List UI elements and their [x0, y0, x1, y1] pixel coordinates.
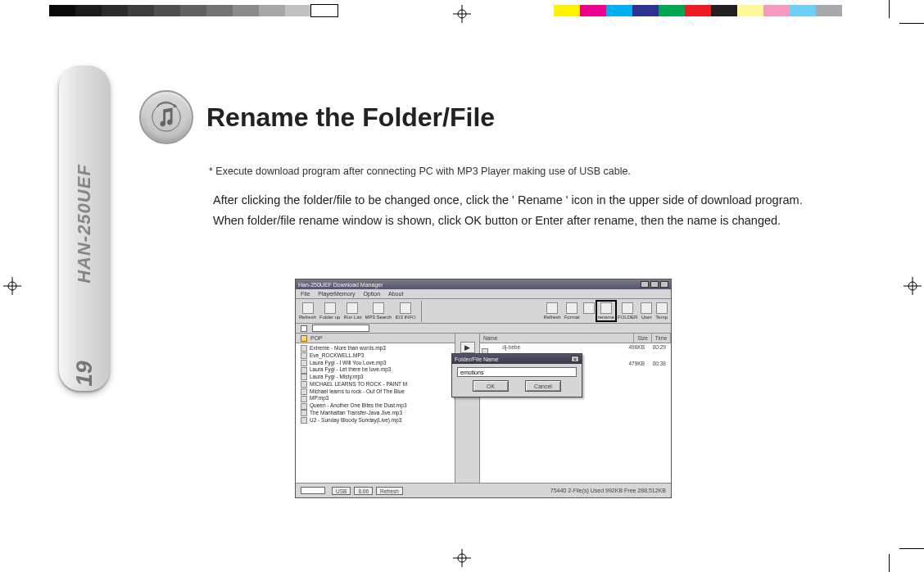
status-button[interactable]: USB [332, 487, 351, 495]
column-header[interactable]: Size [634, 334, 652, 343]
toolbar-icon [566, 302, 578, 314]
file-icon [301, 367, 307, 374]
file-icon [301, 381, 307, 388]
crop-mark [889, 554, 890, 572]
toolbar-button[interactable]: Folder up [319, 302, 340, 320]
file-item[interactable]: Michael learns to rock - Out Of The Blue [301, 388, 450, 396]
grayscale-swatch-bar [49, 5, 337, 16]
file-item[interactable]: MP.mp3 [301, 395, 450, 402]
swatch [816, 5, 842, 16]
toolbar-icon [346, 302, 358, 314]
file-name: Michael learns to rock - Out Of The Blue [310, 388, 405, 396]
toolbar-icon [324, 302, 336, 314]
file-name: Eve_ROCKWELL.MP3 [310, 352, 364, 360]
paragraph-1: After clicking the folder/file to be cha… [213, 190, 819, 211]
toolbar-button[interactable]: Format [564, 302, 580, 320]
toolbar-icon [622, 302, 633, 314]
column-header[interactable]: Name [480, 334, 634, 343]
close-icon[interactable]: × [571, 356, 579, 362]
folder-icon [301, 335, 307, 342]
swatch [659, 5, 685, 16]
toolbar-label: User [641, 315, 652, 320]
file-item[interactable]: The Manhattan Transfer-Java Jive.mp3 [301, 410, 450, 417]
page-header: Rename the Folder/File [139, 90, 495, 144]
file-item[interactable]: Eve_ROCKWELL.MP3 [301, 352, 450, 360]
toolbar-label: Refresh [544, 315, 561, 320]
swatch [154, 5, 180, 16]
file-item[interactable]: Laura Fygi - I Will You Love.mp3 [301, 360, 450, 367]
menu-item[interactable]: PlayerMemory [318, 291, 355, 297]
registration-mark-icon [904, 277, 922, 295]
minimize-icon[interactable] [641, 281, 649, 288]
status-field [301, 487, 325, 494]
menu-bar: FilePlayerMemoryOptionAbout [296, 289, 671, 299]
menu-item[interactable]: File [301, 291, 310, 297]
music-note-icon [139, 90, 193, 144]
file-item[interactable]: Extreme - More than words.mp3 [301, 345, 450, 352]
file-name: U2 - Sunday Bloody Sunday(Live).mp3 [310, 417, 401, 424]
file-item[interactable]: Laura Fygi - Let there be love.mp3 [301, 366, 450, 374]
svg-point-12 [152, 103, 180, 131]
app-screenshot: Han-250UEF Download Manager FilePlayerMe… [295, 279, 672, 498]
toolbar-button[interactable]: Run List [343, 302, 361, 320]
rename-toolbar-button[interactable]: rename [598, 302, 614, 320]
page-title: Rename the Folder/File [206, 102, 495, 133]
file-name: MICHAEL LEARNS TO ROCK - PAINT M [310, 381, 407, 388]
crop-mark [899, 23, 924, 24]
status-button[interactable]: 8.06 [354, 487, 373, 495]
toolbar-button[interactable]: Temp [655, 302, 668, 320]
file-item[interactable]: MICHAEL LEARNS TO ROCK - PAINT M [301, 381, 450, 388]
toolbar-button[interactable]: MP3 Search [365, 302, 392, 320]
paragraph-2: When folder/file rename window is shown,… [213, 211, 819, 231]
swatch [711, 5, 737, 16]
toolbar-label: Temp [655, 315, 668, 320]
rename-input[interactable] [457, 367, 577, 377]
status-bar: USB8.06Refresh 75440 2-File(s) Used 992K… [296, 483, 671, 497]
file-item[interactable]: U2 - Sunday Bloody Sunday(Live).mp3 [301, 417, 450, 424]
swatch [685, 5, 711, 16]
toolbar-button[interactable]: User [641, 302, 652, 320]
toolbar-icon [600, 302, 612, 314]
body-text: After clicking the folder/file to be cha… [213, 190, 819, 232]
swatch [102, 5, 128, 16]
swatch [763, 5, 790, 16]
toolbar-label: Run List [343, 315, 361, 320]
swatch [790, 5, 816, 16]
toolbar-label: Format [564, 315, 580, 320]
toolbar-button[interactable]: ID3 INFO [395, 302, 415, 320]
window-title: Han-250UEF Download Manager [298, 282, 383, 288]
file-icon [301, 388, 307, 395]
toolbar-button[interactable] [583, 302, 595, 320]
swatch [632, 5, 659, 16]
ok-button[interactable]: OK [473, 380, 509, 392]
menu-item[interactable]: About [388, 291, 403, 297]
maximize-icon[interactable] [650, 281, 659, 288]
file-icon [301, 403, 307, 410]
menu-item[interactable]: Option [363, 291, 380, 297]
transfer-right-button[interactable]: ▶ [460, 342, 475, 353]
close-icon[interactable] [660, 281, 668, 288]
column-header[interactable]: Time [652, 334, 671, 343]
toolbar-button[interactable]: FOLDER [618, 302, 637, 320]
swatch [75, 5, 102, 16]
toolbar-button[interactable]: Refresh [299, 302, 316, 320]
drive-dropdown[interactable] [312, 325, 369, 332]
file-icon [301, 374, 307, 380]
file-icon [301, 352, 307, 359]
toolbar-label: Refresh [299, 315, 316, 320]
toolbar-button[interactable]: Refresh [544, 302, 561, 320]
crop-mark [889, 0, 890, 18]
toolbar-icon [302, 302, 314, 314]
toolbar-label: ID3 INFO [395, 315, 415, 320]
registration-mark-icon [453, 549, 471, 567]
status-info: 75440 2-File(s) Used 992KB Free 288,512K… [550, 488, 666, 493]
color-swatch-bar [554, 5, 842, 16]
file-item[interactable]: Queen - Another One Bites the Dust.mp3 [301, 402, 450, 410]
drive-icon [301, 325, 307, 332]
status-button[interactable]: Refresh [376, 487, 403, 495]
toolbar-icon [546, 302, 558, 314]
toolbar-label: Folder up [319, 315, 340, 320]
file-item[interactable]: Laura Fygi - Misty.mp3 [301, 374, 450, 381]
cancel-button[interactable]: Cancel [525, 380, 561, 392]
crop-mark [899, 548, 924, 549]
